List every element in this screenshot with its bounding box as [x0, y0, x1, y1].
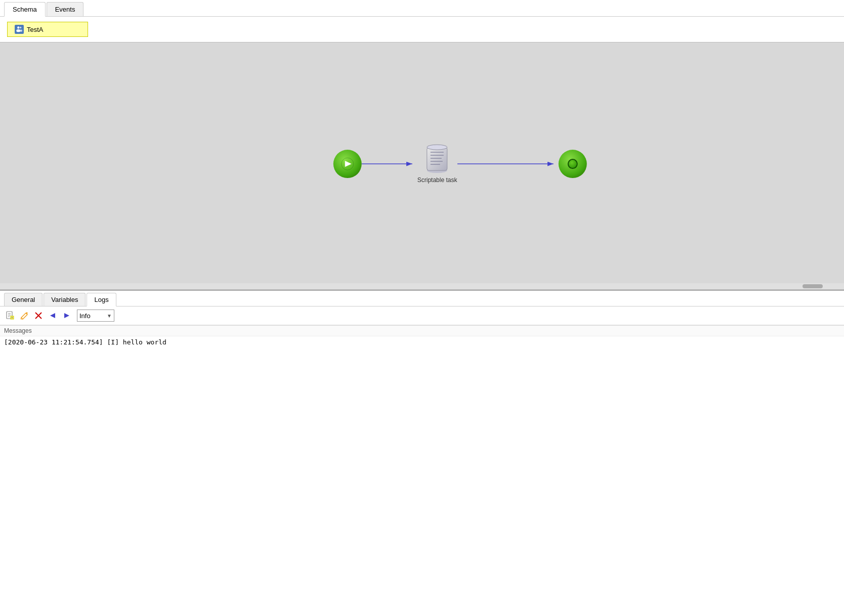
scriptable-task-node[interactable]: Scriptable task	[417, 144, 457, 184]
log-entry-0: [2020-06-23 11:21:54.754] [I] hello worl…	[0, 336, 844, 348]
tab-events[interactable]: Events	[47, 2, 84, 16]
end-node-inner-circle	[567, 159, 577, 169]
top-tab-bar: Schema Events	[0, 0, 844, 17]
process-node-icon	[15, 25, 24, 34]
logs-toolbar: Info Debug Warning Error ▼	[0, 306, 844, 325]
messages-area: Messages [2020-06-23 11:21:54.754] [I] h…	[0, 325, 844, 457]
task-label: Scriptable task	[417, 177, 457, 184]
forward-arrow-icon	[62, 311, 71, 320]
new-log-button[interactable]	[4, 310, 16, 322]
canvas-area[interactable]: Scriptable task	[0, 42, 844, 290]
workflow-diagram: Scriptable task	[333, 144, 587, 184]
tab-variables[interactable]: Variables	[44, 293, 86, 306]
scroll-icon	[424, 144, 450, 173]
start-arrow-icon	[341, 157, 354, 170]
delete-log-button[interactable]	[32, 310, 45, 322]
tab-general[interactable]: General	[4, 293, 43, 306]
connector-2	[457, 159, 558, 169]
arrow-1-svg	[362, 159, 417, 169]
start-node[interactable]	[333, 150, 362, 178]
svg-rect-9	[427, 147, 447, 170]
svg-point-0	[17, 26, 19, 28]
process-label-area: TestA	[0, 17, 844, 42]
scrollbar-thumb[interactable]	[803, 284, 823, 288]
tab-schema[interactable]: Schema	[4, 2, 46, 17]
bottom-tab-bar: General Variables Logs	[0, 291, 844, 306]
new-document-icon	[6, 311, 15, 320]
messages-header: Messages	[0, 326, 844, 336]
svg-point-10	[427, 145, 447, 150]
tab-logs[interactable]: Logs	[87, 293, 116, 306]
log-level-select-wrapper[interactable]: Info Debug Warning Error ▼	[77, 310, 114, 322]
back-arrow-icon	[48, 311, 57, 320]
svg-marker-29	[50, 313, 55, 318]
log-level-select[interactable]: Info Debug Warning Error	[77, 310, 114, 321]
svg-marker-5	[345, 161, 352, 167]
back-button[interactable]	[47, 310, 59, 322]
edit-log-button[interactable]	[18, 310, 30, 322]
pencil-icon	[20, 311, 29, 320]
forward-button[interactable]	[61, 310, 73, 322]
bottom-panel: General Variables Logs	[0, 290, 844, 457]
log-level-dropdown[interactable]: Info Debug Warning Error ▼	[77, 310, 114, 321]
task-icon	[424, 144, 450, 173]
canvas-scrollbar[interactable]	[0, 283, 844, 289]
connector-1	[362, 159, 417, 169]
svg-marker-30	[64, 313, 69, 318]
arrow-2-svg	[457, 159, 558, 169]
process-label-button[interactable]: TestA	[7, 22, 88, 37]
svg-point-3	[20, 29, 22, 31]
end-node[interactable]	[558, 150, 586, 178]
process-label-text: TestA	[27, 26, 44, 33]
svg-point-2	[20, 27, 22, 29]
delete-icon	[34, 311, 43, 320]
people-icon	[16, 26, 23, 33]
